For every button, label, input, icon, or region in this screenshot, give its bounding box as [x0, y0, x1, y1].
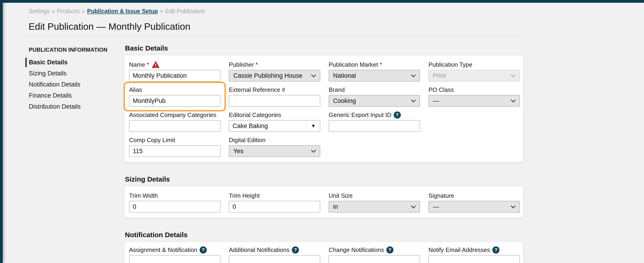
- help-icon[interactable]: ?: [292, 246, 299, 253]
- change-notifications-label: Change Notifications: [329, 246, 384, 253]
- chevron-down-icon: [411, 72, 416, 77]
- field-trim-width: Trim Width: [129, 192, 220, 212]
- notification-details-card: Assignment & Notification ? Additional N…: [124, 242, 523, 263]
- sizing-details-heading: Sizing Details: [125, 175, 523, 183]
- field-trim-height: Trim Height: [229, 192, 320, 212]
- publisher-select[interactable]: Cassie Publishing House: [229, 70, 320, 81]
- po-class-label: PO Class: [428, 86, 454, 93]
- title-divider: [24, 36, 523, 36]
- field-change-notifications: Change Notifications ?: [329, 246, 420, 263]
- chevron-down-icon: [511, 97, 516, 102]
- assignment-notification-label: Assignment & Notification: [129, 246, 197, 253]
- unit-size-select[interactable]: in: [329, 201, 420, 212]
- unit-size-select-value: in: [333, 203, 338, 210]
- sidebar-header: PUBLICATION INFORMATION: [25, 47, 120, 53]
- digital-edition-select-value: Yes: [233, 148, 244, 155]
- publication-type-label: Publication Type: [428, 61, 472, 68]
- editorial-categories-combobox[interactable]: Cake Baking ▼: [229, 120, 320, 132]
- field-unit-size: Unit Size in: [329, 192, 420, 212]
- top-chrome-bar: [0, 0, 644, 3]
- help-icon[interactable]: ?: [492, 246, 500, 253]
- breadcrumb-edit-publication: Edit Publication: [165, 8, 205, 14]
- associated-company-categories-input[interactable]: [129, 120, 220, 132]
- field-brand: Brand Cooking: [329, 86, 420, 107]
- dropdown-arrow-icon[interactable]: ▼: [306, 120, 320, 132]
- field-associated-company-categories: Associated Company Categories: [129, 111, 220, 132]
- basic-details-card: Name * Publisher * Cassie P: [124, 55, 523, 162]
- field-editorial-categories: Editorial Categories Cake Baking ▼: [229, 111, 320, 132]
- sidebar-item-notification-details[interactable]: Notification Details: [25, 80, 120, 89]
- field-digital-edition: Digital Edition Yes: [229, 136, 320, 157]
- breadcrumb-settings: Settings: [29, 8, 50, 14]
- comp-copy-limit-label: Comp Copy Limit: [129, 137, 175, 144]
- field-publication-market: Publication Market * National: [329, 61, 420, 81]
- signature-select-value: —: [433, 203, 439, 210]
- signature-label: Signature: [428, 192, 454, 199]
- signature-select[interactable]: —: [428, 201, 520, 212]
- field-name: Name *: [129, 61, 220, 81]
- basic-details-heading: Basic Details: [125, 44, 523, 52]
- publisher-label: Publisher *: [229, 61, 258, 68]
- help-icon[interactable]: ?: [386, 246, 394, 253]
- name-input[interactable]: [129, 70, 220, 81]
- trim-width-input[interactable]: [129, 201, 220, 212]
- generic-export-input-id-input[interactable]: [329, 120, 420, 132]
- sidebar-item-finance-details[interactable]: Finance Details: [25, 91, 120, 100]
- chevron-down-icon: [511, 72, 516, 77]
- digital-edition-select[interactable]: Yes: [229, 145, 320, 157]
- change-notifications-textarea[interactable]: [329, 255, 420, 263]
- comp-copy-limit-input[interactable]: [129, 145, 220, 157]
- external-reference-input[interactable]: [229, 95, 320, 107]
- main-content: Basic Details Name *: [124, 44, 523, 263]
- alias-label: Alias: [129, 86, 142, 93]
- page-title: Edit Publication — Monthly Publication: [28, 21, 190, 32]
- help-icon[interactable]: ?: [394, 111, 401, 119]
- warning-icon: [152, 61, 160, 68]
- brand-select[interactable]: Cooking: [329, 95, 420, 107]
- brand-label: Brand: [329, 86, 344, 93]
- publication-market-select-value: National: [333, 72, 356, 79]
- generic-export-input-id-label: Generic Export Input ID: [329, 111, 392, 119]
- alias-input[interactable]: [129, 95, 220, 107]
- trim-width-label: Trim Width: [129, 192, 158, 199]
- breadcrumb-products: Products: [57, 8, 80, 14]
- field-notify-email-addresses: Notify Email Addresses ?: [428, 246, 520, 263]
- sizing-details-card: Trim Width Trim Height Unit Size in: [124, 186, 523, 217]
- brand-select-value: Cooking: [333, 97, 356, 105]
- publisher-select-value: Cassie Publishing House: [233, 72, 302, 79]
- field-assignment-notification: Assignment & Notification ?: [129, 246, 220, 263]
- breadcrumb-separator: »: [82, 8, 85, 14]
- publication-market-select[interactable]: National: [329, 70, 420, 81]
- additional-notifications-textarea[interactable]: [229, 255, 320, 263]
- chevron-down-icon: [311, 72, 316, 77]
- field-publication-type: Publication Type Print: [428, 61, 520, 81]
- publication-type-select-value: Print: [433, 72, 446, 79]
- field-po-class: PO Class —: [428, 86, 520, 107]
- field-generic-export-input-id: Generic Export Input ID ?: [329, 111, 420, 132]
- name-label: Name *: [129, 61, 149, 68]
- notification-details-heading: Notification Details: [125, 231, 523, 239]
- left-chrome-bar: [0, 0, 3, 263]
- assignment-notification-textarea[interactable]: [129, 255, 220, 263]
- notify-email-addresses-label: Notify Email Addresses: [428, 246, 490, 253]
- unit-size-label: Unit Size: [329, 192, 353, 199]
- field-comp-copy-limit: Comp Copy Limit: [129, 136, 220, 157]
- sidebar-item-sizing-details[interactable]: Sizing Details: [25, 69, 120, 78]
- sidebar-item-basic-details[interactable]: Basic Details: [25, 58, 120, 67]
- field-additional-notifications: Additional Notifications ?: [229, 246, 320, 263]
- help-icon[interactable]: ?: [200, 246, 207, 253]
- trim-height-input[interactable]: [229, 201, 320, 212]
- field-alias: Alias: [129, 86, 220, 107]
- field-external-reference: External Reference #: [229, 86, 320, 107]
- po-class-select[interactable]: —: [428, 95, 520, 107]
- chevron-down-icon: [511, 203, 516, 208]
- sidebar-item-distribution-details[interactable]: Distribution Details: [25, 102, 120, 111]
- po-class-select-value: —: [433, 97, 439, 105]
- digital-edition-label: Digital Edition: [229, 137, 266, 144]
- alias-highlight-outline: Alias: [124, 82, 226, 111]
- breadcrumb-publication-issue-setup-link[interactable]: Publication & Issue Setup: [87, 8, 158, 14]
- breadcrumb-separator: »: [52, 8, 55, 14]
- additional-notifications-label: Additional Notifications: [229, 246, 290, 253]
- notify-email-addresses-textarea[interactable]: [428, 255, 520, 263]
- chevron-down-icon: [311, 148, 316, 152]
